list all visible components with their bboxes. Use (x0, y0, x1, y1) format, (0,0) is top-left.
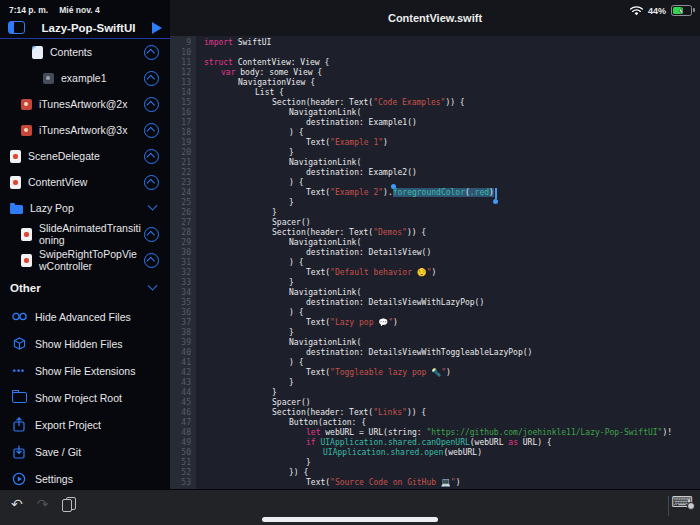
code-token: } (289, 278, 294, 287)
code-token: "Source Code on GitHub 💻" (330, 478, 456, 487)
run-button[interactable] (152, 22, 162, 34)
battery-percent: 44% (648, 6, 666, 16)
redo-icon[interactable]: ↷ (37, 495, 49, 513)
code-token: ) { (289, 128, 303, 137)
line-number: 53 (170, 478, 196, 488)
sidebar-file-row[interactable]: SlideAnimatedTransitioning (0, 221, 170, 247)
status-bar-right: 44% (630, 5, 692, 16)
sidebar-option-save-git[interactable]: Save / Git (0, 438, 170, 465)
line-number: 19 (170, 138, 196, 148)
chevron-down-icon[interactable] (148, 200, 158, 210)
code-text: NavigationView { (196, 78, 315, 88)
code-line: 32Text("Default behavior 😌") (170, 268, 700, 278)
open-file-button[interactable] (144, 123, 159, 138)
code-text: NavigationLink( (196, 108, 361, 118)
image-dark-icon (43, 73, 54, 84)
sidebar-option-show-hidden-files[interactable]: Show Hidden Files (0, 330, 170, 357)
line-number: 14 (170, 88, 196, 98)
option-label: Show File Extensions (35, 365, 135, 377)
code-token: ) (432, 268, 437, 277)
sidebar-file-row[interactable]: iTunesArtwork@3x (0, 117, 170, 143)
code-token: } (289, 378, 294, 387)
line-number: 48 (170, 428, 196, 438)
dismiss-keyboard-icon[interactable]: ⌨ (671, 493, 693, 511)
code-token: "Example 2" (330, 188, 383, 197)
home-indicator[interactable] (262, 517, 438, 522)
code-token: Spacer() (272, 218, 311, 227)
code-token: )) { (407, 408, 426, 417)
code-token: "https://github.com/joehinkle11/Lazy-Pop… (426, 428, 662, 437)
line-number: 17 (170, 118, 196, 128)
file-list: Contentsexample1iTunesArtwork@2xiTunesAr… (0, 39, 170, 273)
line-number: 47 (170, 418, 196, 428)
sidebar-option-hide-advanced-files[interactable]: Hide Advanced Files (0, 303, 170, 330)
sidebar-file-row[interactable]: example1 (0, 65, 170, 91)
code-line: 34NavigationLink( (170, 288, 700, 298)
code-text: Text("Example 2").foregroundColor(.red) (196, 188, 497, 198)
sidebar-file-row[interactable]: iTunesArtwork@2x (0, 91, 170, 117)
options-list: Hide Advanced FilesShow Hidden Files•••S… (0, 303, 170, 490)
code-text: Text("Default behavior 😌") (196, 268, 436, 278)
sidebar-list: Contentsexample1iTunesArtwork@2xiTunesAr… (0, 39, 170, 490)
open-file-button[interactable] (144, 253, 159, 268)
sidebar-file-row[interactable]: SceneDelegate (0, 143, 170, 169)
open-file-button[interactable] (144, 45, 159, 60)
sidebar-option-show-file-extensions[interactable]: •••Show File Extensions (0, 357, 170, 384)
code-text: destination: Example2() (196, 168, 417, 178)
open-file-button[interactable] (144, 97, 159, 112)
code-token: )! (662, 428, 672, 437)
line-number: 34 (170, 288, 196, 298)
file-label: ContentView (28, 176, 144, 188)
sidebar-option-show-project-root[interactable]: Show Project Root (0, 384, 170, 411)
text-cursor[interactable] (495, 188, 497, 199)
file-label: iTunesArtwork@3x (39, 124, 144, 136)
line-number: 52 (170, 468, 196, 478)
code-token: } (272, 208, 277, 217)
line-number: 42 (170, 368, 196, 378)
file-label: SlideAnimatedTransitioning (39, 222, 144, 246)
sidebar-file-row[interactable]: ContentView (0, 169, 170, 195)
sidebar-file-row[interactable]: Contents (0, 39, 170, 65)
code-token: var (221, 68, 235, 77)
code-line: 10 (170, 48, 700, 58)
code-text: NavigationLink( (196, 338, 361, 348)
other-section-label: Other (10, 282, 149, 294)
chevron-down-icon[interactable] (148, 280, 158, 290)
file-label: iTunesArtwork@2x (39, 98, 144, 110)
code-token: import (204, 38, 233, 47)
sidebar-file-row[interactable]: SwipeRightToPopViewController (0, 247, 170, 273)
sidebar-option-settings[interactable]: Settings (0, 465, 170, 490)
code-text: destination: DetailsView() (196, 248, 431, 258)
doc-blue-icon (32, 46, 43, 59)
sidebar-toggle-icon[interactable] (8, 21, 25, 34)
code-text: } (196, 388, 277, 398)
paste-icon[interactable] (62, 497, 75, 512)
line-number: 40 (170, 348, 196, 358)
undo-icon[interactable]: ↶ (11, 495, 23, 513)
code-text: Section(header: Text("Links")) { (196, 408, 426, 418)
other-section-header[interactable]: Other (0, 273, 170, 303)
code-line: 33} (170, 278, 700, 288)
code-token: ) (489, 188, 494, 197)
cube-icon (10, 337, 28, 350)
code-token: } (289, 328, 294, 337)
code-text: ) { (196, 358, 303, 368)
sidebar-option-export-project[interactable]: Export Project (0, 411, 170, 438)
code-line: 45Spacer() (170, 398, 700, 408)
open-file-button[interactable] (144, 149, 159, 164)
sidebar: 7:14 p. m. Mié nov. 4 Lazy-Pop-SwiftUI C… (0, 0, 170, 490)
code-line: 29NavigationLink( (170, 238, 700, 248)
code-text: struct ContentView: View { (196, 58, 329, 68)
code-editor[interactable]: 9import SwiftUI1011struct ContentView: V… (170, 36, 700, 490)
code-text: }) { (196, 468, 308, 478)
open-file-button[interactable] (144, 71, 159, 86)
code-text: ) { (196, 308, 303, 318)
code-line: 44} (170, 388, 700, 398)
code-token: Section(header: Text( (272, 228, 373, 237)
bottom-toolbar: ↶ ↷ ⌨ (0, 489, 700, 525)
open-file-button[interactable] (144, 175, 159, 190)
line-number: 25 (170, 198, 196, 208)
open-file-button[interactable] (144, 227, 159, 242)
sidebar-file-row[interactable]: Lazy Pop (0, 195, 170, 221)
line-number: 13 (170, 78, 196, 88)
